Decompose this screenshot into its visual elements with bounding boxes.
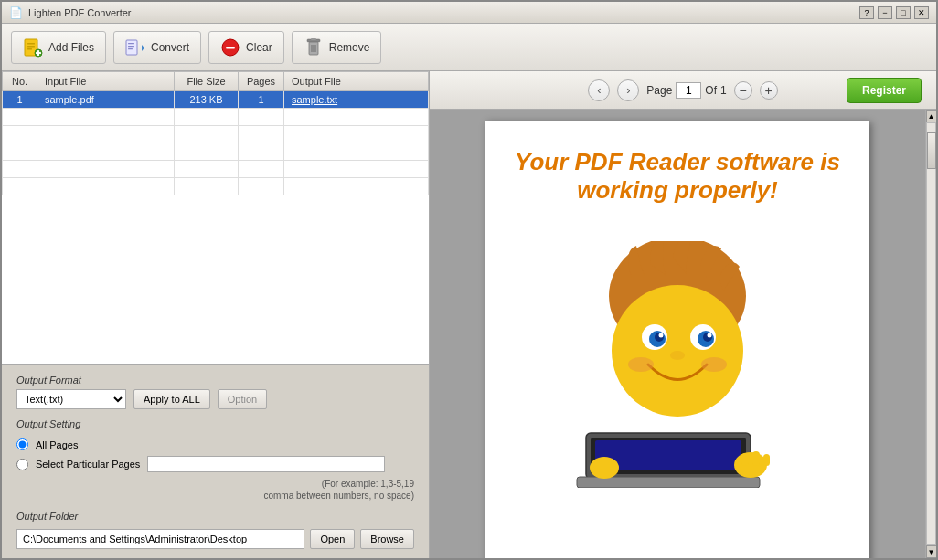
svg-point-28: [708, 333, 712, 338]
table-row[interactable]: [3, 178, 429, 195]
zoom-out-button[interactable]: −: [734, 81, 752, 100]
help-button[interactable]: ?: [859, 6, 874, 19]
files-list: No. Input File File Size Pages Output Fi…: [2, 71, 429, 195]
svg-point-30: [701, 357, 727, 372]
of-label: Of: [705, 84, 717, 97]
svg-rect-8: [128, 43, 134, 44]
next-page-button[interactable]: ›: [617, 79, 639, 101]
scroll-thumb[interactable]: [927, 132, 936, 169]
smiley-illustration: [559, 241, 796, 488]
svg-rect-2: [27, 46, 35, 48]
select-pages-label: Select Particular Pages: [36, 459, 140, 470]
apply-to-all-button[interactable]: Apply to ALL: [133, 389, 210, 409]
output-folder-section: Output Folder Open Browse: [16, 511, 414, 549]
scrollbar-right[interactable]: ▲ ▼: [925, 110, 936, 558]
preview-container: Your PDF Reader software is working prop…: [430, 110, 936, 558]
title-bar-controls: ? − □ ✕: [859, 6, 929, 19]
svg-rect-15: [311, 38, 316, 40]
cell-size: 213 KB: [175, 91, 239, 109]
add-files-label: Add Files: [48, 41, 94, 54]
svg-rect-1: [27, 43, 35, 45]
add-files-icon: [23, 37, 43, 58]
select-pages-row: Select Particular Pages: [16, 456, 414, 472]
output-folder-label: Output Folder: [16, 511, 414, 522]
folder-path-input[interactable]: [16, 529, 304, 549]
clear-button[interactable]: Clear: [208, 31, 284, 64]
example-text: (For example: 1,3-5,19 comma between num…: [16, 478, 414, 502]
content-area: No. Input File File Size Pages Output Fi…: [2, 71, 936, 558]
format-select[interactable]: Text(.txt) Word(.docx) Excel(.xlsx) Powe…: [16, 389, 126, 409]
app-title: Lighten PDF Converter: [28, 7, 132, 18]
svg-point-36: [734, 452, 767, 478]
output-setting-section: Output Setting All Pages Select Particul…: [16, 418, 414, 502]
svg-rect-39: [752, 451, 760, 466]
open-folder-button[interactable]: Open: [310, 529, 355, 549]
col-no: No.: [3, 72, 37, 91]
option-button[interactable]: Option: [218, 389, 267, 409]
svg-rect-6: [36, 52, 41, 54]
zoom-in-button[interactable]: +: [760, 81, 778, 100]
output-setting-label: Output Setting: [16, 418, 414, 429]
app-icon: 📄: [9, 6, 23, 19]
output-format-section: Output Format Text(.txt) Word(.docx) Exc…: [16, 375, 414, 409]
file-table: No. Input File File Size Pages Output Fi…: [2, 71, 429, 365]
pages-input[interactable]: [147, 456, 385, 472]
total-pages: 1: [720, 84, 727, 97]
pdf-heading: Your PDF Reader software is working prop…: [515, 148, 840, 205]
col-pages: Pages: [239, 72, 284, 91]
col-output: Output File: [284, 72, 429, 91]
col-input: Input File: [37, 72, 175, 91]
all-pages-radio[interactable]: [16, 438, 28, 450]
folder-row: Open Browse: [16, 529, 414, 549]
scroll-track[interactable]: [926, 122, 936, 545]
scroll-down-arrow[interactable]: ▼: [926, 545, 937, 558]
all-pages-label: All Pages: [36, 439, 78, 450]
table-row[interactable]: [3, 126, 429, 143]
page-number-input[interactable]: [676, 82, 701, 99]
svg-point-27: [659, 333, 664, 338]
clear-icon: [220, 37, 240, 58]
table-row[interactable]: [3, 161, 429, 178]
browse-folder-button[interactable]: Browse: [360, 529, 414, 549]
remove-icon: [304, 37, 324, 58]
pdf-preview: Your PDF Reader software is working prop…: [430, 110, 925, 558]
col-size: File Size: [175, 72, 239, 91]
prev-page-button[interactable]: ‹: [588, 79, 610, 101]
table-row[interactable]: 1 sample.pdf 213 KB 1 sample.txt: [3, 91, 429, 109]
add-files-button[interactable]: Add Files: [11, 31, 106, 64]
output-link[interactable]: sample.txt: [292, 94, 337, 105]
svg-point-37: [590, 457, 619, 479]
all-pages-row: All Pages: [16, 438, 414, 450]
cell-pages: 1: [239, 91, 284, 109]
svg-point-31: [670, 351, 685, 360]
cell-input: sample.pdf: [37, 91, 175, 109]
svg-point-29: [628, 357, 654, 372]
remove-label: Remove: [329, 41, 370, 54]
table-row[interactable]: [3, 143, 429, 161]
convert-icon: [125, 37, 145, 58]
page-info: Page Of 1: [646, 82, 726, 99]
svg-rect-12: [226, 47, 235, 49]
bottom-panel: Output Format Text(.txt) Word(.docx) Exc…: [2, 365, 429, 558]
svg-rect-7: [126, 40, 137, 55]
svg-rect-10: [128, 48, 133, 49]
pdf-page: Your PDF Reader software is working prop…: [485, 121, 869, 558]
select-pages-radio[interactable]: [16, 459, 28, 470]
scroll-up-arrow[interactable]: ▲: [926, 110, 937, 122]
remove-button[interactable]: Remove: [292, 31, 382, 64]
clear-label: Clear: [246, 41, 272, 54]
register-button[interactable]: Register: [847, 78, 922, 103]
minimize-button[interactable]: −: [878, 6, 892, 19]
svg-rect-9: [128, 46, 134, 47]
main-window: 📄 Lighten PDF Converter ? − □ ✕: [0, 0, 938, 560]
svg-rect-3: [27, 48, 32, 50]
title-bar: 📄 Lighten PDF Converter ? − □ ✕: [2, 2, 936, 24]
convert-button[interactable]: Convert: [113, 31, 201, 64]
table-row[interactable]: [3, 109, 429, 126]
pdf-toolbar: ‹ › Page Of 1 − + Register: [430, 71, 936, 110]
svg-rect-38: [741, 453, 749, 466]
toolbar: Add Files Convert Clear: [2, 24, 936, 71]
maximize-button[interactable]: □: [896, 6, 911, 19]
right-panel: ‹ › Page Of 1 − + Register Your PDF Read: [430, 71, 936, 558]
close-button[interactable]: ✕: [914, 6, 929, 19]
